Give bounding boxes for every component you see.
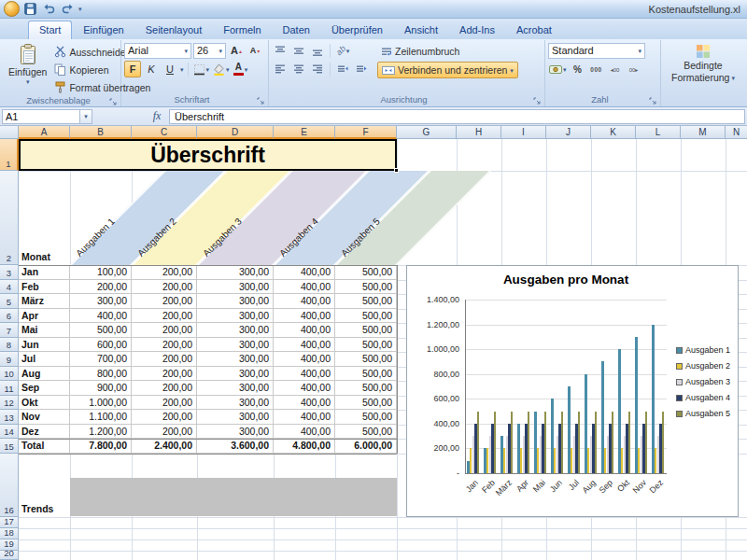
cell-B10[interactable]: 800,00 — [70, 367, 132, 382]
cell-E8[interactable]: 400,00 — [274, 338, 335, 353]
column-header-G[interactable]: G — [397, 126, 457, 139]
grow-font-button[interactable]: A▴ — [228, 42, 245, 59]
font-family-combo[interactable]: Arial ▾ — [124, 43, 191, 59]
increase-indent-button[interactable] — [353, 61, 370, 77]
cell-A3[interactable]: Jan — [19, 265, 70, 280]
row-header-6[interactable]: 6 — [0, 309, 19, 324]
row-header-7[interactable]: 7 — [0, 323, 19, 338]
column-header-H[interactable]: H — [457, 126, 501, 139]
cell-D6[interactable]: 300,00 — [197, 309, 274, 324]
bold-button[interactable]: F — [124, 61, 141, 77]
cell-F4[interactable]: 500,00 — [335, 280, 397, 295]
cell-F3[interactable]: 500,00 — [335, 265, 397, 280]
orientation-button[interactable]: ab▾ — [334, 42, 351, 59]
cell-E15[interactable]: 4.800,00 — [274, 439, 335, 454]
column-header-M[interactable]: M — [681, 126, 726, 139]
cell-D11[interactable]: 300,00 — [197, 381, 274, 396]
cell-F11[interactable]: 500,00 — [335, 381, 397, 396]
dialog-launcher-alignment[interactable] — [532, 96, 541, 105]
decrease-indent-button[interactable] — [334, 61, 351, 77]
align-left-button[interactable] — [272, 61, 289, 77]
column-header-E[interactable]: E — [274, 126, 335, 139]
percent-format-button[interactable]: % — [570, 61, 586, 77]
expense-chart[interactable]: Ausgaben pro Monat1.400,001.200,001.000,… — [406, 265, 739, 517]
row-header-11[interactable]: 11 — [0, 381, 19, 396]
row-header-14[interactable]: 14 — [0, 425, 19, 440]
cell-B7[interactable]: 500,00 — [70, 323, 132, 338]
name-box[interactable]: A1 — [2, 109, 80, 124]
selection-fill-handle[interactable] — [394, 168, 399, 173]
cell-E9[interactable]: 400,00 — [274, 352, 335, 367]
cell-A9[interactable]: Jul — [19, 352, 70, 367]
cell-E10[interactable]: 400,00 — [274, 367, 335, 382]
row-header-5[interactable]: 5 — [0, 294, 19, 309]
cell-C13[interactable]: 200,00 — [132, 410, 197, 425]
cell-C10[interactable]: 200,00 — [132, 367, 197, 382]
cell-E4[interactable]: 400,00 — [274, 280, 335, 295]
column-header-B[interactable]: B — [70, 126, 132, 139]
cell-A5[interactable]: März — [19, 294, 70, 309]
cell-F14[interactable]: 500,00 — [335, 425, 397, 440]
cell-F12[interactable]: 500,00 — [335, 396, 397, 411]
wrap-text-button[interactable]: Zeilenumbruch — [377, 43, 518, 60]
row-header-10[interactable]: 10 — [0, 367, 19, 382]
tab-ueberpruefen[interactable]: Überprüfen — [321, 21, 393, 39]
column-header-F[interactable]: F — [335, 126, 397, 139]
cell-D5[interactable]: 300,00 — [197, 294, 274, 309]
cell-F8[interactable]: 500,00 — [335, 338, 397, 353]
row-header-15[interactable]: 15 — [0, 439, 19, 454]
cell-E14[interactable]: 400,00 — [274, 425, 335, 440]
cell-D7[interactable]: 300,00 — [197, 323, 274, 338]
redo-button[interactable] — [60, 1, 76, 17]
shrink-font-button[interactable]: A▾ — [247, 42, 263, 59]
cell-A6[interactable]: Apr — [19, 309, 70, 324]
dialog-launcher-clipboard[interactable] — [108, 97, 117, 105]
cell-A14[interactable]: Dez — [19, 425, 70, 440]
column-header-J[interactable]: J — [546, 126, 591, 139]
qat-dropdown-icon[interactable]: ▾ — [78, 6, 82, 13]
row-header-2[interactable]: 2 — [0, 171, 19, 265]
cell-A15[interactable]: Total — [19, 439, 70, 454]
tab-daten[interactable]: Daten — [273, 21, 320, 39]
italic-button[interactable]: K — [143, 61, 160, 77]
column-header-A[interactable]: A — [19, 126, 70, 139]
undo-button[interactable] — [41, 1, 57, 17]
cell-E5[interactable]: 400,00 — [274, 294, 335, 309]
column-header-N[interactable]: N — [726, 126, 747, 139]
cell-A2[interactable]: Monat — [19, 171, 70, 265]
column-header-K[interactable]: K — [591, 126, 636, 139]
tab-seitenlayout[interactable]: Seitenlayout — [135, 21, 213, 39]
cell-E11[interactable]: 400,00 — [274, 381, 335, 396]
cell-F13[interactable]: 500,00 — [335, 410, 397, 425]
align-top-button[interactable] — [272, 42, 289, 59]
cell-D12[interactable]: 300,00 — [197, 396, 274, 411]
cell-B8[interactable]: 600,00 — [70, 338, 132, 353]
cell-A12[interactable]: Okt — [19, 396, 70, 411]
cell-F7[interactable]: 500,00 — [335, 323, 397, 338]
cell-E12[interactable]: 400,00 — [274, 396, 335, 411]
cell-C11[interactable]: 200,00 — [132, 381, 197, 396]
cell-D9[interactable]: 300,00 — [197, 352, 274, 367]
cell-D3[interactable]: 300,00 — [197, 265, 274, 280]
cell-C12[interactable]: 200,00 — [132, 396, 197, 411]
cell-B9[interactable]: 700,00 — [70, 352, 132, 367]
dialog-launcher-number[interactable] — [648, 96, 656, 105]
tab-addins[interactable]: Add-Ins — [449, 21, 505, 39]
increase-decimal-button[interactable]: ◂00 — [607, 61, 624, 77]
dialog-launcher-font[interactable] — [256, 96, 264, 105]
cell-B4[interactable]: 200,00 — [70, 280, 132, 295]
row-header-4[interactable]: 4 — [0, 280, 19, 295]
paste-button[interactable]: Einfügen ▾ — [5, 42, 50, 85]
align-center-button[interactable] — [290, 61, 307, 77]
cell-E7[interactable]: 400,00 — [274, 323, 335, 338]
cell-E3[interactable]: 400,00 — [274, 265, 335, 280]
cell-C8[interactable]: 200,00 — [132, 338, 197, 353]
cell-C5[interactable]: 200,00 — [132, 294, 197, 309]
fill-color-button[interactable]: ▾ — [212, 61, 231, 77]
cell-E13[interactable]: 400,00 — [274, 410, 335, 425]
font-size-combo[interactable]: 26 ▾ — [193, 43, 226, 59]
cell-C9[interactable]: 200,00 — [132, 352, 197, 367]
cell-C6[interactable]: 200,00 — [132, 309, 197, 324]
tab-ansicht[interactable]: Ansicht — [394, 21, 448, 39]
currency-format-button[interactable]: ▾ — [548, 61, 568, 77]
